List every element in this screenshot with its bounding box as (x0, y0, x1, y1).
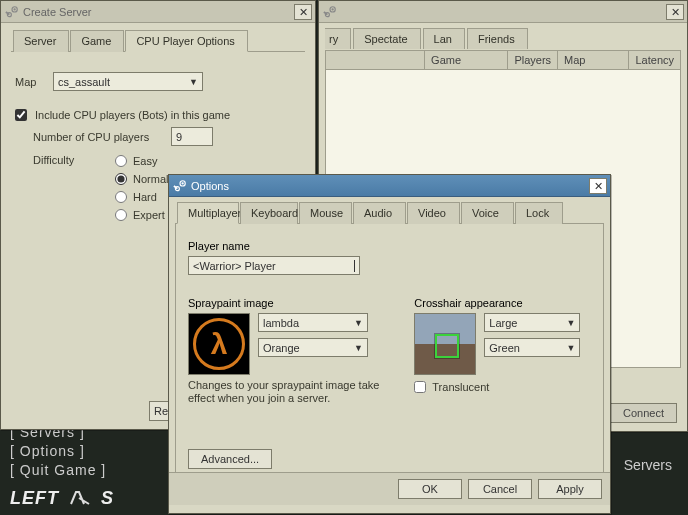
chevron-down-icon: ▼ (354, 343, 363, 353)
chevron-down-icon: ▼ (566, 318, 575, 328)
map-value: cs_assault (58, 76, 110, 88)
game-main-menu: [ Servers ] [ Options ] [ Quit Game ] (10, 421, 106, 481)
player-name-input[interactable]: <Warrior> Player (188, 256, 360, 275)
difficulty-easy-radio[interactable] (115, 155, 127, 167)
map-row: Map cs_assault ▼ (15, 72, 301, 91)
tab-video[interactable]: Video (407, 202, 460, 224)
include-bots-row: Include CPU players (Bots) in this game (15, 109, 301, 121)
col-spacer (326, 51, 425, 69)
num-cpu-value: 9 (176, 131, 182, 143)
connect-button[interactable]: Connect (610, 403, 677, 423)
tab-lan[interactable]: Lan (423, 28, 465, 49)
map-select[interactable]: cs_assault ▼ (53, 72, 203, 91)
steam-icon (323, 5, 337, 19)
spraypaint-image-select[interactable]: lambda ▼ (258, 313, 368, 332)
tab-voice[interactable]: Voice (461, 202, 514, 224)
advanced-button[interactable]: Advanced... (188, 449, 272, 469)
tab-server[interactable]: Server (13, 30, 69, 52)
spraypaint-color-select[interactable]: Orange ▼ (258, 338, 368, 357)
col-latency[interactable]: Latency (629, 51, 680, 69)
options-footer: OK Cancel Apply (169, 472, 610, 505)
tab-friends[interactable]: Friends (467, 28, 528, 49)
steam-icon (173, 179, 187, 193)
game-brand: LEFT S (10, 488, 114, 509)
include-bots-checkbox[interactable] (15, 109, 27, 121)
options-title: Options (191, 180, 229, 192)
spraypaint-preview: λ (188, 313, 250, 375)
num-cpu-input[interactable]: 9 (171, 127, 213, 146)
create-server-title: Create Server (23, 6, 91, 18)
crosshair-size-value: Large (489, 317, 517, 329)
close-icon[interactable]: ✕ (589, 178, 607, 194)
options-tabs: Multiplayer Keyboard Mouse Audio Video V… (175, 201, 604, 224)
tab-keyboard[interactable]: Keyboard (240, 202, 298, 224)
num-cpu-label: Number of CPU players (33, 131, 163, 143)
tab-audio[interactable]: Audio (353, 202, 406, 224)
difficulty-easy-label: Easy (133, 155, 157, 167)
tab-game[interactable]: Game (70, 30, 124, 52)
player-name-label: Player name (188, 240, 591, 252)
difficulty-label: Difficulty (33, 152, 93, 166)
difficulty-group: Easy Normal Hard Expert (115, 152, 168, 224)
translucent-checkbox[interactable] (414, 381, 426, 393)
player-name-value: <Warrior> Player (193, 260, 276, 272)
tab-history[interactable]: ry (325, 28, 351, 49)
server-list-header: Game Players Map Latency (325, 50, 681, 70)
lambda-icon: λ (193, 318, 245, 370)
options-tab-body: Player name <Warrior> Player Spraypaint … (175, 224, 604, 480)
spraypaint-label: Spraypaint image (188, 297, 384, 309)
include-bots-label: Include CPU players (Bots) in this game (35, 109, 230, 121)
crosshair-section: Crosshair appearance Large ▼ Green ▼ (414, 291, 591, 405)
chevron-down-icon: ▼ (189, 77, 198, 87)
difficulty-normal-radio[interactable] (115, 173, 127, 185)
steam-icon (5, 5, 19, 19)
options-titlebar[interactable]: Options ✕ (169, 175, 610, 197)
crosshair-color-select[interactable]: Green ▼ (484, 338, 580, 357)
map-label: Map (15, 76, 45, 88)
chevron-down-icon: ▼ (354, 318, 363, 328)
difficulty-normal-label: Normal (133, 173, 168, 185)
tab-multiplayer[interactable]: Multiplayer (177, 202, 239, 224)
menu-options[interactable]: [ Options ] (10, 443, 106, 459)
tab-mouse[interactable]: Mouse (299, 202, 352, 224)
create-server-tabs: Server Game CPU Player Options (11, 29, 305, 52)
servers-window-tabs: ry Spectate Lan Friends (319, 23, 687, 48)
col-map[interactable]: Map (558, 51, 629, 69)
difficulty-expert-radio[interactable] (115, 209, 127, 221)
create-server-titlebar[interactable]: Create Server ✕ (1, 1, 315, 23)
translucent-label: Translucent (432, 381, 489, 393)
col-game[interactable]: Game (425, 51, 508, 69)
ok-button[interactable]: OK (398, 479, 462, 499)
crosshair-label: Crosshair appearance (414, 297, 591, 309)
chevron-down-icon: ▼ (566, 343, 575, 353)
tab-lock[interactable]: Lock (515, 202, 563, 224)
brand-left: LEFT (10, 488, 59, 508)
col-players[interactable]: Players (508, 51, 558, 69)
close-icon[interactable]: ✕ (666, 4, 684, 20)
difficulty-hard-label: Hard (133, 191, 157, 203)
text-caret (354, 260, 355, 272)
servers-window-titlebar[interactable]: ✕ (319, 1, 687, 23)
num-cpu-row: Number of CPU players 9 (33, 127, 301, 146)
crosshair-size-select[interactable]: Large ▼ (484, 313, 580, 332)
crosshair-preview (414, 313, 476, 375)
crosshair-color-value: Green (489, 342, 520, 354)
spraypaint-image-value: lambda (263, 317, 299, 329)
tab-spectate[interactable]: Spectate (353, 28, 420, 49)
tab-cpu-player-options[interactable]: CPU Player Options (125, 30, 247, 52)
apply-button[interactable]: Apply (538, 479, 602, 499)
spraypaint-section: Spraypaint image λ lambda ▼ Orange (188, 291, 384, 405)
bg-servers-link[interactable]: Servers (624, 457, 672, 473)
menu-quit[interactable]: [ Quit Game ] (10, 462, 106, 478)
close-icon[interactable]: ✕ (294, 4, 312, 20)
difficulty-hard-radio[interactable] (115, 191, 127, 203)
spraypaint-color-value: Orange (263, 342, 300, 354)
spraypaint-note: Changes to your spraypaint image take ef… (188, 379, 384, 405)
cancel-button[interactable]: Cancel (468, 479, 532, 499)
brand-right: S (101, 488, 114, 508)
difficulty-expert-label: Expert (133, 209, 165, 221)
options-window: Options ✕ Multiplayer Keyboard Mouse Aud… (168, 174, 611, 514)
